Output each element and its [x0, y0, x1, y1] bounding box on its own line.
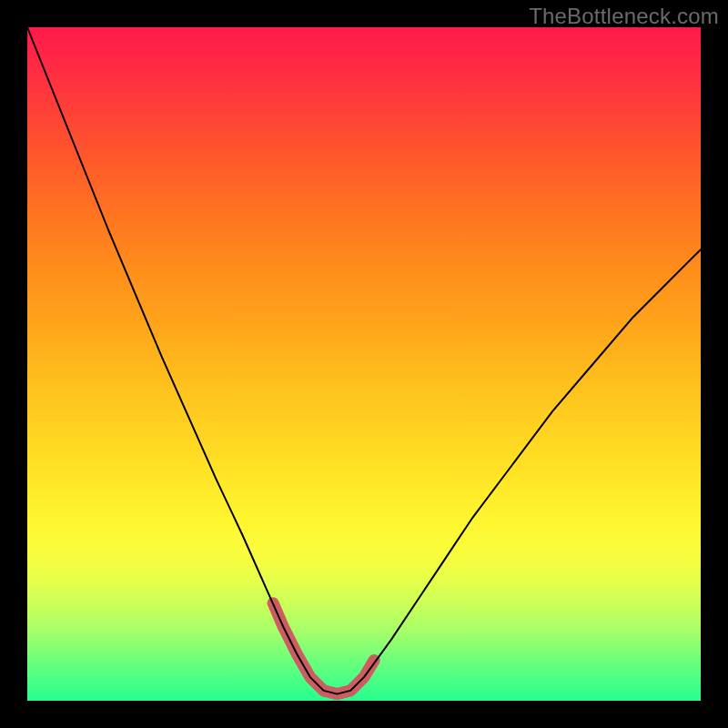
chart-svg	[27, 27, 701, 701]
bottleneck-highlight-segment	[273, 603, 374, 694]
chart-frame: TheBottleneck.com	[0, 0, 728, 728]
bottleneck-curve	[27, 27, 701, 694]
watermark-text: TheBottleneck.com	[529, 4, 719, 29]
